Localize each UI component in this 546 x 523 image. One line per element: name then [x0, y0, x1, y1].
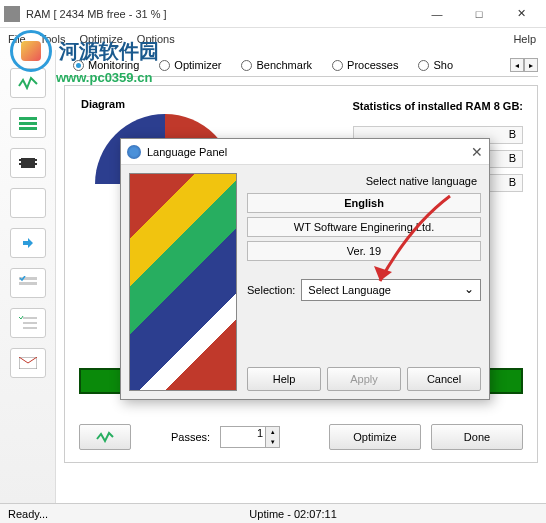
sidebar-list-icon[interactable]	[10, 108, 46, 138]
menu-file[interactable]: File	[8, 33, 26, 45]
passes-input[interactable]: 1 ▲▼	[220, 426, 280, 448]
titlebar: RAM [ 2434 MB free - 31 % ] — □ ✕	[0, 0, 546, 28]
tab-scroll: ◂ ▸	[510, 58, 538, 72]
language-select[interactable]: Select Language	[301, 279, 481, 301]
svg-rect-5	[19, 163, 21, 165]
svg-rect-11	[23, 322, 37, 324]
dialog-close-icon[interactable]: ✕	[471, 144, 483, 160]
radio-icon	[418, 60, 429, 71]
dialog-help-button[interactable]: Help	[247, 367, 321, 391]
passes-spinner[interactable]: ▲▼	[265, 427, 279, 447]
svg-rect-9	[19, 282, 37, 285]
menu-tools[interactable]: Tools	[40, 33, 66, 45]
passes-label: Passes:	[171, 431, 210, 443]
company-field: WT Software Enginering Ltd.	[247, 217, 481, 237]
version-field: Ver. 19	[247, 241, 481, 261]
tab-scroll-left[interactable]: ◂	[510, 58, 524, 72]
status-uptime: Uptime - 02:07:11	[48, 508, 538, 520]
refresh-button[interactable]	[79, 424, 131, 450]
svg-rect-1	[19, 122, 37, 125]
minimize-button[interactable]: —	[416, 1, 458, 27]
close-button[interactable]: ✕	[500, 1, 542, 27]
menu-options[interactable]: Options	[137, 33, 175, 45]
sidebar-monitor-icon[interactable]	[10, 68, 46, 98]
svg-rect-0	[19, 117, 37, 120]
sidebar-shortcut-icon[interactable]	[10, 228, 46, 258]
svg-rect-3	[21, 158, 35, 168]
dialog-cancel-button[interactable]: Cancel	[407, 367, 481, 391]
sidebar-chip-icon[interactable]	[10, 148, 46, 178]
tab-benchmark[interactable]: Benchmark	[232, 56, 321, 74]
dialog-apply-button: Apply	[327, 367, 401, 391]
sidebar-mail-icon[interactable]	[10, 348, 46, 378]
optimize-button[interactable]: Optimize	[329, 424, 421, 450]
maximize-button[interactable]: □	[458, 1, 500, 27]
tabs: Monitoring Optimizer Benchmark Processes…	[64, 56, 538, 77]
tab-monitoring[interactable]: Monitoring	[64, 56, 148, 74]
svg-rect-12	[23, 327, 37, 329]
tab-scroll-right[interactable]: ▸	[524, 58, 538, 72]
statusbar: Ready... Uptime - 02:07:11	[0, 503, 546, 523]
svg-rect-10	[23, 317, 37, 319]
svg-rect-4	[19, 159, 21, 161]
done-button[interactable]: Done	[431, 424, 523, 450]
tab-shortcuts[interactable]: Sho	[409, 56, 462, 74]
globe-icon	[127, 145, 141, 159]
language-dialog: Language Panel ✕ Select native language …	[120, 138, 490, 400]
menu-optimize[interactable]: Optimize	[79, 33, 122, 45]
status-ready: Ready...	[8, 508, 48, 520]
tab-processes[interactable]: Processes	[323, 56, 407, 74]
sidebar-tasks-icon[interactable]	[10, 268, 46, 298]
app-icon	[4, 6, 20, 22]
dialog-title: Language Panel	[147, 146, 227, 158]
language-field: English	[247, 193, 481, 213]
radio-icon	[73, 60, 84, 71]
menubar: File Tools Optimize Options Help	[0, 28, 546, 50]
svg-rect-2	[19, 127, 37, 130]
menu-help[interactable]: Help	[513, 33, 536, 45]
radio-icon	[332, 60, 343, 71]
select-native-label: Select native language	[247, 173, 481, 189]
svg-rect-7	[35, 163, 37, 165]
svg-rect-6	[35, 159, 37, 161]
stats-title: Statistics of installed RAM 8 GB:	[352, 100, 523, 112]
radio-icon	[159, 60, 170, 71]
selection-label: Selection:	[247, 284, 295, 296]
tab-optimizer[interactable]: Optimizer	[150, 56, 230, 74]
flags-image	[129, 173, 237, 391]
bottom-row: Passes: 1 ▲▼ Optimize Done	[79, 424, 523, 450]
sidebar-blank-icon[interactable]	[10, 188, 46, 218]
sidebar-checklist-icon[interactable]	[10, 308, 46, 338]
sidebar	[0, 50, 56, 503]
radio-icon	[241, 60, 252, 71]
dialog-titlebar: Language Panel ✕	[121, 139, 489, 165]
window-title: RAM [ 2434 MB free - 31 % ]	[26, 8, 416, 20]
